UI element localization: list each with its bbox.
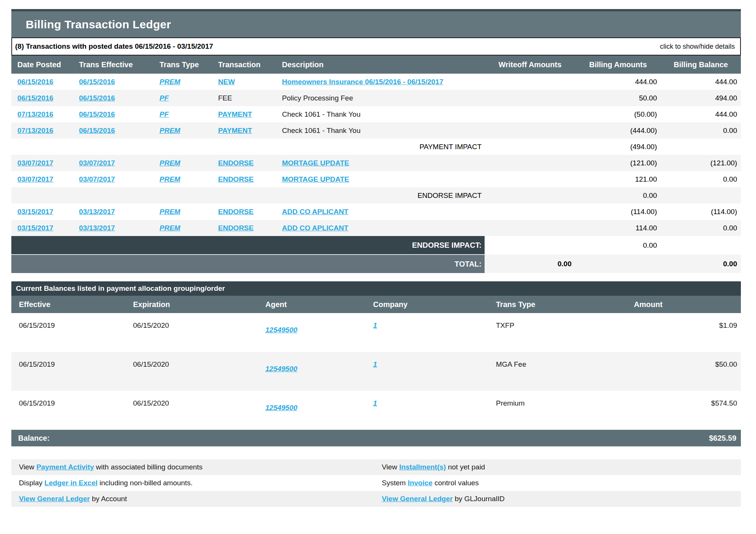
date-posted-link[interactable]: 03/15/2017 bbox=[17, 224, 53, 232]
date-posted-link[interactable]: 03/07/2017 bbox=[17, 175, 53, 183]
transaction-link[interactable]: NEW bbox=[218, 78, 235, 86]
billing-amount-cell: 121.00 bbox=[575, 171, 661, 187]
writeoff-amount-cell: 0.00 bbox=[485, 255, 575, 273]
impact-label: PAYMENT IMPACT bbox=[11, 139, 485, 155]
company-link[interactable]: 1 bbox=[373, 399, 377, 407]
writeoff-amount-cell bbox=[485, 155, 575, 171]
description-link[interactable]: MORTAGE UPDATE bbox=[282, 175, 349, 183]
transactions-table: Date PostedTrans EffectiveTrans TypeTran… bbox=[11, 56, 741, 273]
date-posted-link[interactable]: 03/15/2017 bbox=[17, 208, 53, 216]
transaction-link[interactable]: ENDORSE bbox=[218, 224, 254, 232]
trans-type-link[interactable]: PREM bbox=[160, 159, 180, 167]
trans-effective-link[interactable]: 03/13/2017 bbox=[79, 208, 115, 216]
trans-effective-link[interactable]: 03/07/2017 bbox=[79, 159, 115, 167]
description-link[interactable]: Homeowners Insurance 06/15/2016 - 06/15/… bbox=[282, 78, 443, 86]
column-header: Agent bbox=[261, 296, 369, 313]
transaction-link[interactable]: ENDORSE bbox=[218, 208, 254, 216]
balance-value: $625.59 bbox=[709, 434, 736, 443]
trans-type-link[interactable]: PREM bbox=[160, 208, 180, 216]
column-header: Date Posted bbox=[11, 56, 76, 74]
footer-text: by GLJournalID bbox=[453, 495, 505, 503]
amount-cell: $1.09 bbox=[629, 313, 741, 352]
footer-link[interactable]: Payment Activity bbox=[36, 463, 94, 471]
footer-cell-left: Display Ledger in Excel including non-bi… bbox=[11, 479, 378, 487]
transaction-row: 07/13/201606/15/2016PFPAYMENTCheck 1061 … bbox=[11, 106, 741, 122]
agent-link[interactable]: 12549500 bbox=[265, 326, 297, 334]
show-hide-details-toggle[interactable]: click to show/hide details bbox=[660, 43, 735, 51]
writeoff-amount-cell bbox=[485, 90, 575, 106]
trans-type-link[interactable]: PREM bbox=[160, 175, 180, 183]
billing-ledger-page: Billing Transaction Ledger (8) Transacti… bbox=[11, 9, 741, 507]
transactions-summary-bar: (8) Transactions with posted dates 06/15… bbox=[11, 37, 741, 56]
agent-link[interactable]: 12549500 bbox=[265, 365, 297, 373]
company-link[interactable]: 1 bbox=[373, 360, 377, 368]
footer-row: View Payment Activity with associated bi… bbox=[11, 459, 741, 475]
writeoff-amount-cell bbox=[485, 187, 575, 204]
column-header: Expiration bbox=[129, 296, 261, 313]
summary-row: ENDORSE IMPACT0.00 bbox=[11, 187, 741, 204]
trans-effective-link[interactable]: 03/13/2017 bbox=[79, 224, 115, 232]
balance-label: Balance: bbox=[18, 434, 50, 443]
date-posted-link[interactable]: 07/13/2016 bbox=[17, 110, 53, 118]
date-posted-link[interactable]: 06/15/2016 bbox=[17, 78, 53, 86]
description-text: Check 1061 - Thank You bbox=[282, 127, 361, 134]
footer-text: with associated billing documents bbox=[94, 463, 203, 471]
billing-amount-cell: (114.00) bbox=[575, 204, 661, 220]
balances-table-header: EffectiveExpirationAgentCompanyTrans Typ… bbox=[11, 296, 741, 313]
company-link[interactable]: 1 bbox=[373, 321, 377, 329]
agent-link[interactable]: 12549500 bbox=[265, 404, 297, 412]
trans-effective-link[interactable]: 06/15/2016 bbox=[79, 78, 115, 86]
transactions-table-header: Date PostedTrans EffectiveTrans TypeTran… bbox=[11, 56, 741, 74]
description-link[interactable]: ADD CO APLICANT bbox=[282, 208, 349, 216]
trans-type-link[interactable]: PREM bbox=[160, 78, 180, 86]
billing-amount-cell: (444.00) bbox=[575, 122, 661, 139]
trans-type-link[interactable]: PREM bbox=[160, 127, 180, 134]
transaction-link[interactable]: PAYMENT bbox=[218, 127, 252, 134]
billing-balance-cell bbox=[661, 139, 741, 155]
trans-effective-link[interactable]: 06/15/2016 bbox=[79, 94, 115, 102]
date-posted-link[interactable]: 07/13/2016 bbox=[17, 127, 53, 134]
trans-effective-link[interactable]: 06/15/2016 bbox=[79, 127, 115, 134]
billing-amount-cell: (121.00) bbox=[575, 155, 661, 171]
footer-text: control values bbox=[432, 479, 479, 487]
date-posted-link[interactable]: 03/07/2017 bbox=[17, 159, 53, 167]
amount-cell: $50.00 bbox=[629, 352, 741, 391]
transaction-link[interactable]: ENDORSE bbox=[218, 175, 254, 183]
trans-type-link[interactable]: PREM bbox=[160, 224, 180, 232]
expiration-cell: 06/15/2020 bbox=[129, 391, 261, 430]
trans-effective-link[interactable]: 03/07/2017 bbox=[79, 175, 115, 183]
footer-link[interactable]: Installment(s) bbox=[399, 463, 446, 471]
footer-cell-left: View Payment Activity with associated bi… bbox=[11, 463, 378, 471]
billing-balance-cell: (114.00) bbox=[661, 204, 741, 220]
trans-effective-link[interactable]: 06/15/2016 bbox=[79, 110, 115, 118]
column-header: Billing Balance bbox=[661, 56, 741, 74]
transaction-link[interactable]: ENDORSE bbox=[218, 159, 254, 167]
description-text: Check 1061 - Thank You bbox=[282, 110, 361, 118]
date-posted-link[interactable]: 06/15/2016 bbox=[17, 94, 53, 102]
trans-type-link[interactable]: PF bbox=[160, 94, 169, 102]
billing-balance-cell: 0.00 bbox=[661, 122, 741, 139]
footer-link[interactable]: View General Ledger bbox=[19, 495, 90, 503]
trans-type-link[interactable]: PF bbox=[160, 110, 169, 118]
amount-cell: $574.50 bbox=[629, 391, 741, 430]
trans-type-cell: Premium bbox=[491, 391, 629, 430]
transaction-row: 03/15/201703/13/2017PREMENDORSEADD CO AP… bbox=[11, 204, 741, 220]
column-header: Trans Type bbox=[156, 56, 215, 74]
column-header: Company bbox=[369, 296, 491, 313]
transaction-text: FEE bbox=[218, 94, 232, 102]
footer-link[interactable]: Invoice bbox=[408, 479, 432, 487]
writeoff-amount-cell bbox=[485, 171, 575, 187]
summary-row: ENDORSE IMPACT:0.00 bbox=[11, 236, 741, 255]
transaction-link[interactable]: PAYMENT bbox=[218, 110, 252, 118]
footer-link[interactable]: View General Ledger bbox=[382, 495, 453, 503]
billing-balance-cell bbox=[661, 236, 741, 255]
page-title-bar: Billing Transaction Ledger bbox=[11, 9, 741, 37]
footer-link[interactable]: Ledger in Excel bbox=[45, 479, 98, 487]
transaction-row: 07/13/201606/15/2016PREMPAYMENTCheck 106… bbox=[11, 122, 741, 139]
description-link[interactable]: ADD CO APLICANT bbox=[282, 224, 349, 232]
description-link[interactable]: MORTAGE UPDATE bbox=[282, 159, 349, 167]
column-header: Effective bbox=[11, 296, 129, 313]
footer-cell-right: System Invoice control values bbox=[378, 479, 741, 487]
summary-row: PAYMENT IMPACT(494.00) bbox=[11, 139, 741, 155]
writeoff-amount-cell bbox=[485, 74, 575, 90]
